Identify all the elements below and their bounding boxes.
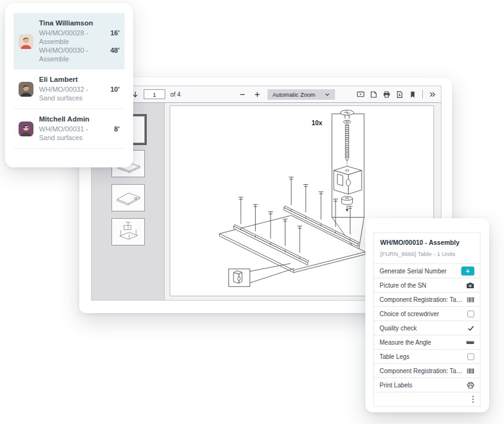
step-label: Print Labels	[380, 382, 412, 389]
step-checkbox[interactable]	[467, 311, 474, 317]
page-thumbnail-4[interactable]	[111, 218, 145, 245]
workorder-line[interactable]: WH/MO/00031 - Sand surfaces 8'	[39, 125, 119, 142]
workorder-title: WH/MO/00010 - Assembly	[380, 239, 474, 246]
workers-list: Tina Williamson WH/MO/00028 - Assemble 1…	[14, 13, 124, 149]
worker-avatar	[19, 34, 33, 49]
open-file-button[interactable]	[369, 90, 378, 99]
quantity-label: 10x	[311, 120, 322, 126]
thumbnail-preview	[113, 185, 143, 210]
step-action[interactable]	[463, 282, 474, 289]
printer-icon	[467, 382, 474, 389]
thumbnail-preview	[113, 219, 143, 244]
download-button[interactable]	[395, 90, 404, 99]
workorder-line[interactable]: WH/MO/00030 - Assemble 48'	[39, 46, 119, 63]
bookmark-icon	[409, 91, 417, 99]
worker-row[interactable]: Mitchell Admin WH/MO/00031 - Sand surfac…	[14, 109, 124, 149]
worker-row[interactable]: Eli Lambert WH/MO/00032 - Sand surfaces …	[14, 69, 124, 109]
presentation-mode-icon	[357, 91, 365, 99]
step-action[interactable]	[464, 325, 474, 332]
step-label: Generate Serial Number	[380, 268, 446, 275]
workers-panel: Tina Williamson WH/MO/00028 - Assemble 1…	[5, 3, 133, 167]
toolbar-right-actions	[356, 90, 441, 99]
step-label: Measure the Angle	[380, 339, 431, 346]
step-label: Picture of the SN	[380, 282, 427, 289]
step-row[interactable]: Picture of the SN	[374, 278, 480, 292]
step-checkbox[interactable]	[467, 353, 474, 360]
more-tools-button[interactable]	[428, 90, 437, 99]
zoom-out-button[interactable]	[238, 90, 247, 99]
tina-avatar	[19, 34, 33, 49]
page-count-label: of 4	[170, 91, 181, 98]
worker-avatar	[19, 82, 33, 97]
camera-icon	[466, 282, 474, 289]
step-action[interactable]	[464, 311, 474, 317]
zoom-select[interactable]: Automatic Zoom	[267, 89, 335, 100]
worker-info: Mitchell Admin WH/MO/00031 - Sand surfac…	[39, 115, 119, 142]
page-number-input[interactable]	[144, 89, 165, 99]
ruler-icon	[466, 340, 474, 345]
eli-avatar	[19, 82, 33, 97]
workorder-ref: WH/MO/00028 - Assemble	[39, 29, 103, 46]
workorder-duration: 16'	[108, 29, 119, 37]
kebab-menu-icon[interactable]	[472, 395, 474, 403]
barcode-icon	[467, 368, 474, 374]
step-label: Table Legs	[380, 353, 409, 360]
worker-name: Mitchell Admin	[39, 115, 119, 123]
page-thumbnail-3[interactable]	[111, 184, 145, 211]
mitchell-avatar	[19, 121, 33, 136]
step-row-empty[interactable]	[374, 392, 480, 406]
workorder-header: WH/MO/00010 - Assembly [FURN_9666] Table…	[374, 233, 480, 263]
step-label: Component Registration: Table Head	[380, 296, 463, 303]
workorder-ref: WH/MO/00031 - Sand surfaces	[39, 125, 103, 142]
chevron-down-icon	[324, 92, 330, 97]
worker-info: Tina Williamson WH/MO/00028 - Assemble 1…	[39, 19, 119, 63]
worker-row[interactable]: Tina Williamson WH/MO/00028 - Assemble 1…	[14, 13, 124, 69]
step-row[interactable]: Component Registration: Table Legs	[374, 363, 480, 378]
step-row[interactable]: Measure the Angle	[374, 335, 480, 349]
step-action[interactable]	[463, 340, 474, 345]
generate-serial-plus-button[interactable]: +	[461, 267, 474, 275]
step-label: Component Registration: Table Legs	[380, 368, 463, 374]
open-file-icon	[370, 91, 378, 99]
workorder-duration: 48'	[108, 46, 119, 55]
zoom-select-value: Automatic Zoom	[272, 91, 315, 98]
step-action[interactable]	[464, 353, 474, 360]
step-label: Quality check	[380, 325, 417, 332]
worker-name: Tina Williamson	[39, 19, 119, 27]
step-action[interactable]	[463, 368, 474, 374]
step-action[interactable]	[463, 297, 474, 303]
step-row[interactable]: Component Registration: Table Head	[374, 292, 480, 306]
zoom-in-button[interactable]	[253, 90, 262, 99]
step-row[interactable]: Choice of screwdriver	[374, 306, 480, 320]
worker-info: Eli Lambert WH/MO/00032 - Sand surfaces …	[39, 76, 119, 102]
workorder-duration: 8'	[111, 125, 119, 133]
download-icon	[396, 91, 404, 99]
zoom-controls: Automatic Zoom	[238, 86, 335, 102]
step-action[interactable]: +	[458, 267, 474, 275]
step-action[interactable]	[468, 395, 474, 403]
steps-rows: Generate Serial Number +Picture of the S…	[374, 263, 480, 406]
workorder-ref: WH/MO/00032 - Sand surfaces	[39, 85, 103, 102]
check-icon	[467, 325, 474, 332]
minus-icon	[238, 91, 246, 99]
print-button[interactable]	[382, 90, 391, 99]
barcode-icon	[467, 297, 474, 303]
step-row[interactable]: Print Labels	[374, 378, 480, 392]
print-icon	[383, 91, 391, 99]
double-chevron-icon	[428, 91, 437, 99]
pdf-toolbar: of 4 Automatic Zoom	[91, 86, 441, 103]
step-row[interactable]: Table Legs	[374, 349, 480, 363]
plus-icon	[253, 91, 261, 99]
worker-name: Eli Lambert	[39, 76, 119, 83]
step-row[interactable]: Generate Serial Number +	[374, 263, 480, 278]
worker-avatar	[19, 121, 33, 136]
step-action[interactable]	[463, 382, 474, 389]
workorder-panel: WH/MO/00010 - Assembly [FURN_9666] Table…	[365, 218, 489, 412]
workorder-line[interactable]: WH/MO/00028 - Assemble 16'	[39, 29, 119, 46]
step-row[interactable]: Quality check	[374, 320, 480, 335]
presentation-mode-button[interactable]	[356, 90, 365, 99]
workorder-steps-list: WH/MO/00010 - Assembly [FURN_9666] Table…	[373, 232, 480, 407]
page-navigation: of 4	[126, 89, 181, 99]
bookmark-button[interactable]	[408, 90, 417, 99]
workorder-line[interactable]: WH/MO/00032 - Sand surfaces 10'	[39, 85, 119, 102]
